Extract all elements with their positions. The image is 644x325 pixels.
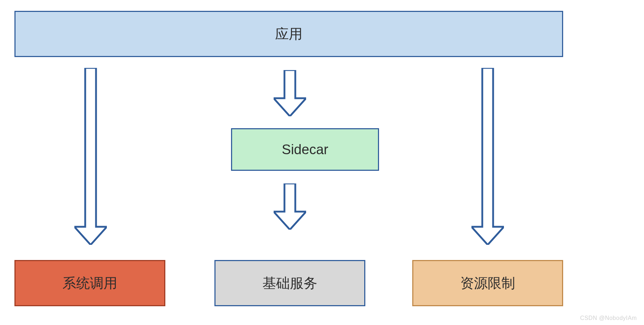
arrow-application-to-resource-limit xyxy=(471,68,504,245)
arrow-application-to-sidecar xyxy=(274,70,306,116)
box-system-call: 系统调用 xyxy=(14,260,165,306)
box-base-service: 基础服务 xyxy=(214,260,365,306)
box-resource-limit-label: 资源限制 xyxy=(460,274,515,292)
arrow-sidecar-to-base-service xyxy=(274,183,306,230)
arrow-application-to-system-call xyxy=(74,68,107,245)
box-application: 应用 xyxy=(14,11,563,57)
box-application-label: 应用 xyxy=(275,25,303,43)
box-resource-limit: 资源限制 xyxy=(412,260,563,306)
box-sidecar-label: Sidecar xyxy=(282,142,328,157)
box-sidecar: Sidecar xyxy=(231,128,379,171)
watermark: CSDN @NobodyIAm xyxy=(580,315,637,321)
box-base-service-label: 基础服务 xyxy=(262,274,317,292)
box-system-call-label: 系统调用 xyxy=(62,274,117,292)
